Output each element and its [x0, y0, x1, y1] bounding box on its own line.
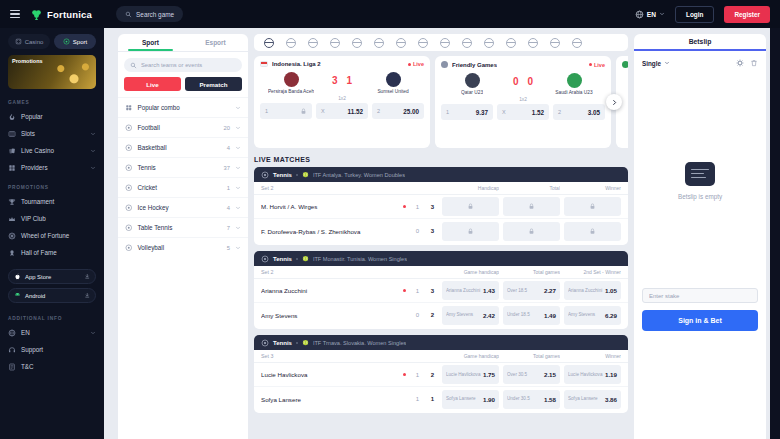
- register-button[interactable]: Register: [724, 6, 770, 23]
- sport-item-popular-combo[interactable]: Popular combo: [118, 97, 248, 117]
- odds-button-1[interactable]: 1 9.37: [441, 104, 493, 120]
- sidebar-item-vip-club[interactable]: VIP Club: [8, 210, 96, 227]
- sport-category-icon[interactable]: [572, 38, 582, 48]
- match-group-header[interactable]: Tennis ITF Monastir. Tunisia. Women Sing…: [254, 251, 628, 266]
- live-event-card[interactable]: Indonesia. Liga 2 Live Persiraja Banda A…: [254, 56, 430, 148]
- sidebar-language-row[interactable]: EN: [8, 324, 96, 341]
- trophy-icon: [8, 198, 16, 206]
- app-store-button[interactable]: App Store: [8, 269, 96, 284]
- volleyball-icon: [125, 244, 133, 252]
- odds-cell[interactable]: Over 30.52.15: [503, 365, 560, 384]
- document-icon: [8, 363, 16, 371]
- sidebar-item-popular[interactable]: Popular: [8, 108, 96, 125]
- sport-category-icon[interactable]: [352, 38, 362, 48]
- events-search-input[interactable]: [141, 62, 236, 68]
- sport-item-tennis[interactable]: Tennis 37: [118, 157, 248, 177]
- tennis-icon: [125, 164, 133, 172]
- flame-icon: [8, 113, 16, 121]
- match-group-header[interactable]: Tennis ITF Antalya. Turkey. Women Double…: [254, 167, 628, 182]
- sport-category-icon[interactable]: [528, 38, 538, 48]
- sport-toggle[interactable]: Sport: [54, 34, 96, 49]
- sidebar-item-hall-of-fame[interactable]: Hall of Fame: [8, 244, 96, 261]
- carousel-next-button[interactable]: [606, 94, 622, 110]
- sport-category-icon[interactable]: [330, 38, 340, 48]
- promotions-banner[interactable]: Promotions: [8, 55, 96, 89]
- sidebar-item-wheel-of-fortune[interactable]: Wheel of Fortune: [8, 227, 96, 244]
- odds-cell[interactable]: Under 30.51.58: [503, 390, 560, 409]
- sidebar-item-terms[interactable]: T&C: [8, 358, 96, 375]
- casino-toggle[interactable]: Casino: [8, 34, 50, 49]
- sport-category-icon[interactable]: [550, 38, 560, 48]
- settings-gear-icon[interactable]: [736, 59, 744, 67]
- cricket-icon: [125, 184, 133, 192]
- android-button[interactable]: Android: [8, 288, 96, 303]
- events-search[interactable]: [124, 58, 242, 72]
- sport-category-icon[interactable]: [462, 38, 472, 48]
- odds-cell[interactable]: Lucie Havlickova1.75: [442, 365, 499, 384]
- sport-item-cricket[interactable]: Cricket 1: [118, 177, 248, 197]
- sidebar-item-support[interactable]: Support: [8, 341, 96, 358]
- odds-cell[interactable]: Arianna Zucchini1.05: [564, 281, 621, 300]
- sidebar-item-tournament[interactable]: Tournament: [8, 193, 96, 210]
- bet-mode-dropdown[interactable]: Single: [642, 60, 670, 67]
- match-row[interactable]: Arianna Zucchini 1 3 Arianna Zucchini1.4…: [254, 279, 628, 303]
- live-mode-button[interactable]: Live: [124, 77, 181, 91]
- sport-item-volleyball[interactable]: Volleyball 5: [118, 237, 248, 257]
- tab-esport[interactable]: Esport: [183, 34, 248, 51]
- sport-category-icon[interactable]: [440, 38, 450, 48]
- sport-category-icon[interactable]: [374, 38, 384, 48]
- brand-logo[interactable]: Fortunica: [30, 8, 92, 21]
- odds-cell[interactable]: Lucie Havlickova1.19: [564, 365, 621, 384]
- match-row[interactable]: F. Dorofeeva-Rybas / S. Zhenikhova 0 3: [254, 219, 628, 243]
- sport-category-icon[interactable]: [308, 38, 318, 48]
- match-row[interactable]: Sofya Lansere 1 1 Sofya Lansere1.90 Unde…: [254, 387, 628, 411]
- sport-category-icon[interactable]: [484, 38, 494, 48]
- prematch-mode-button[interactable]: Prematch: [185, 77, 242, 91]
- odds-cell[interactable]: Sofya Lansere3.86: [564, 390, 621, 409]
- odds-cell[interactable]: Arianna Zucchini1.43: [442, 281, 499, 300]
- tab-sport[interactable]: Sport: [118, 34, 183, 51]
- sport-item-basketball[interactable]: Basketball 4: [118, 137, 248, 157]
- match-row[interactable]: M. Horvit / A. Wirges 1 3: [254, 195, 628, 219]
- odds-cell[interactable]: Sofya Lansere1.90: [442, 390, 499, 409]
- sidebar-item-providers[interactable]: Providers: [8, 159, 96, 176]
- slots-icon: [8, 130, 16, 138]
- sport-category-icon[interactable]: [264, 38, 274, 48]
- odds-button-2[interactable]: 2 25.00: [372, 103, 424, 119]
- lock-icon: [300, 108, 307, 115]
- odds-button-x[interactable]: X 11.52: [316, 103, 368, 119]
- odds-cell[interactable]: Amy Stevens2.42: [442, 306, 499, 325]
- sport-item-table-tennis[interactable]: Table Tennis 7: [118, 217, 248, 237]
- away-team-avatar: [386, 72, 401, 87]
- menu-icon[interactable]: [10, 10, 20, 18]
- stake-input[interactable]: [642, 288, 758, 303]
- language-switcher[interactable]: EN: [635, 10, 665, 19]
- odds-button-2[interactable]: 2 3.05: [553, 104, 605, 120]
- odds-cell[interactable]: Over 18.52.27: [503, 281, 560, 300]
- sidebar-item-slots[interactable]: Slots: [8, 125, 96, 142]
- search-game-button[interactable]: Search game: [116, 6, 183, 22]
- sidebar-item-live-casino[interactable]: Live Casino: [8, 142, 96, 159]
- separator-dot: [296, 342, 298, 344]
- tab-betslip[interactable]: Betslip: [634, 34, 766, 51]
- sport-category-icon[interactable]: [418, 38, 428, 48]
- sports-filter-panel: Sport Esport Live Prematch Popular combo: [118, 34, 248, 439]
- sport-item-ice-hockey[interactable]: Ice Hockey 4: [118, 197, 248, 217]
- login-button[interactable]: Login: [675, 6, 714, 23]
- live-event-card[interactable]: Friendly Games Live Qatar U23 00: [435, 56, 611, 148]
- sport-item-football[interactable]: Football 20: [118, 117, 248, 137]
- match-group-header[interactable]: Tennis ITF Trnava. Slovakia. Women Singl…: [254, 335, 628, 350]
- right-edge-strip: [770, 28, 780, 439]
- odds-cell[interactable]: Amy Stevens6.29: [564, 306, 621, 325]
- sport-category-icon[interactable]: [506, 38, 516, 48]
- odds-button-x[interactable]: X 1.52: [497, 104, 549, 120]
- match-row[interactable]: Lucie Havlickova 1 2 Lucie Havlickova1.7…: [254, 363, 628, 387]
- odds-cell[interactable]: Under 18.51.49: [503, 306, 560, 325]
- top-bar: Fortunica Search game EN Login Register: [0, 0, 780, 28]
- ice-hockey-icon: [125, 204, 133, 212]
- sport-category-icon[interactable]: [396, 38, 406, 48]
- sport-category-icon[interactable]: [286, 38, 296, 48]
- sign-in-and-bet-button[interactable]: Sign in & Bet: [642, 310, 758, 331]
- trash-icon[interactable]: [750, 59, 758, 67]
- match-row[interactable]: Amy Stevens 0 2 Amy Stevens2.42 Under 18…: [254, 303, 628, 327]
